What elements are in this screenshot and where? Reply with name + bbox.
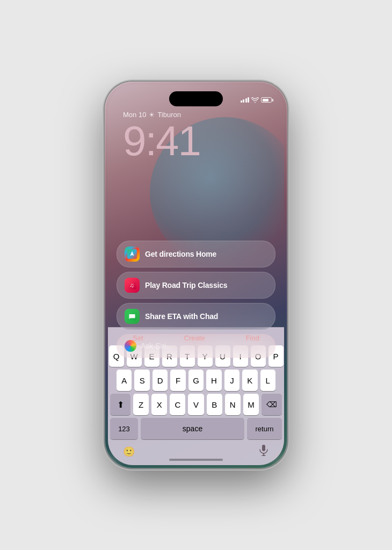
suggestion-text-messages: Share ETA with Chad bbox=[145, 312, 218, 321]
svg-rect-5 bbox=[262, 445, 265, 451]
signal-bar-4 bbox=[248, 97, 249, 103]
mic-svg bbox=[258, 444, 269, 456]
key-g[interactable]: G bbox=[188, 370, 204, 391]
signal-bar-2 bbox=[243, 99, 244, 103]
suggestion-text-music: Play Road Trip Classics bbox=[145, 281, 227, 290]
battery-tip bbox=[272, 99, 273, 102]
key-n[interactable]: N bbox=[225, 394, 241, 415]
signal-bar-3 bbox=[245, 98, 247, 103]
key-h[interactable]: H bbox=[206, 370, 221, 391]
key-c[interactable]: C bbox=[170, 394, 185, 415]
key-z[interactable]: Z bbox=[133, 394, 149, 415]
key-x[interactable]: X bbox=[151, 394, 167, 415]
messages-icon-svg bbox=[128, 312, 136, 321]
suggestion-messages[interactable]: Share ETA with Chad bbox=[117, 303, 275, 330]
music-icon: ♫ bbox=[125, 278, 140, 293]
time-display: 9:41 bbox=[123, 120, 284, 162]
key-v[interactable]: V bbox=[188, 394, 204, 415]
key-space[interactable]: space bbox=[141, 418, 244, 439]
key-d[interactable]: D bbox=[153, 370, 168, 391]
key-k[interactable]: K bbox=[242, 370, 257, 391]
svg-text:♫: ♫ bbox=[129, 282, 134, 288]
key-s[interactable]: S bbox=[134, 370, 149, 391]
key-b[interactable]: B bbox=[207, 394, 222, 415]
siri-orb-icon bbox=[125, 340, 136, 352]
wifi-icon bbox=[251, 97, 259, 103]
siri-placeholder: Ask Siri... bbox=[141, 342, 267, 350]
suggestion-music[interactable]: ♫ Play Road Trip Classics bbox=[117, 272, 275, 299]
key-delete[interactable]: ⌫ bbox=[262, 394, 282, 415]
siri-input-bar[interactable]: Ask Siri... bbox=[117, 334, 275, 358]
suggestion-text-directions: Get directions Home bbox=[145, 250, 216, 258]
maps-icon bbox=[125, 247, 140, 262]
microphone-icon[interactable] bbox=[258, 444, 269, 459]
signal-bar-1 bbox=[241, 100, 242, 103]
battery-fill bbox=[263, 99, 268, 102]
key-f[interactable]: F bbox=[170, 370, 185, 391]
music-icon-svg: ♫ bbox=[128, 281, 136, 290]
messages-icon bbox=[125, 309, 140, 324]
keyboard-row-3: ⬆ Z X C V B N M ⌫ bbox=[110, 394, 282, 415]
suggestion-directions[interactable]: Get directions Home bbox=[117, 241, 275, 267]
clock-section: Mon 10 ☀ Tiburon 9:41 bbox=[108, 111, 284, 162]
siri-suggestions-area: Get directions Home ♫ bbox=[117, 241, 275, 361]
phone-screen: Mon 10 ☀ Tiburon 9:41 bbox=[108, 85, 284, 465]
battery-icon bbox=[261, 97, 273, 103]
phone-frame: Mon 10 ☀ Tiburon 9:41 bbox=[105, 82, 287, 468]
keyboard-bottom-row: 🙂 bbox=[110, 442, 282, 459]
status-right bbox=[241, 97, 274, 103]
key-a[interactable]: A bbox=[117, 370, 132, 391]
key-l[interactable]: L bbox=[260, 370, 275, 391]
keyboard-row-4: 123 space return bbox=[110, 418, 282, 439]
maps-icon-svg bbox=[127, 249, 137, 259]
home-indicator bbox=[169, 459, 223, 461]
signal-icon bbox=[241, 97, 250, 103]
dynamic-island bbox=[169, 91, 223, 106]
key-m[interactable]: M bbox=[243, 394, 259, 415]
key-j[interactable]: J bbox=[224, 370, 239, 391]
emoji-icon[interactable]: 🙂 bbox=[123, 446, 135, 458]
battery-body bbox=[261, 97, 272, 103]
keyboard-row-2: A S D F G H J K L bbox=[110, 370, 282, 391]
key-numbers[interactable]: 123 bbox=[110, 418, 138, 439]
key-return[interactable]: return bbox=[247, 418, 282, 439]
key-shift[interactable]: ⬆ bbox=[110, 394, 130, 415]
